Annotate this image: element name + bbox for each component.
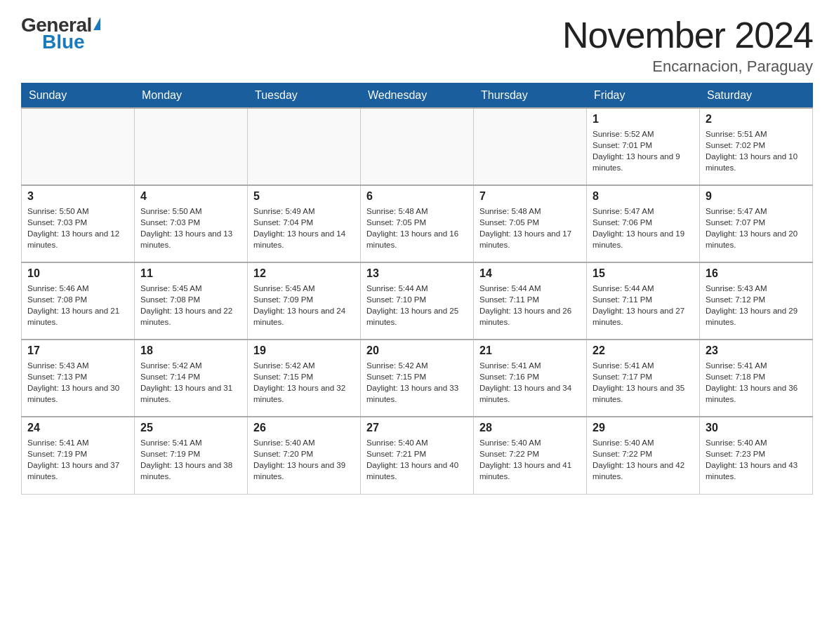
logo-triangle-icon <box>93 18 100 30</box>
calendar-cell: 5Sunrise: 5:49 AM Sunset: 7:04 PM Daylig… <box>248 185 361 262</box>
calendar-cell: 10Sunrise: 5:46 AM Sunset: 7:08 PM Dayli… <box>22 262 135 340</box>
calendar-cell: 23Sunrise: 5:41 AM Sunset: 7:18 PM Dayli… <box>700 340 813 417</box>
calendar-cell: 13Sunrise: 5:44 AM Sunset: 7:10 PM Dayli… <box>361 262 474 340</box>
calendar-header-row: SundayMondayTuesdayWednesdayThursdayFrid… <box>22 83 813 109</box>
day-info: Sunrise: 5:40 AM Sunset: 7:21 PM Dayligh… <box>366 437 468 482</box>
calendar-cell: 12Sunrise: 5:45 AM Sunset: 7:09 PM Dayli… <box>248 262 361 340</box>
day-number: 12 <box>253 267 355 280</box>
calendar-week-row: 17Sunrise: 5:43 AM Sunset: 7:13 PM Dayli… <box>22 340 813 417</box>
day-info: Sunrise: 5:51 AM Sunset: 7:02 PM Dayligh… <box>706 128 807 173</box>
day-info: Sunrise: 5:43 AM Sunset: 7:12 PM Dayligh… <box>706 283 807 328</box>
day-number: 17 <box>27 344 128 357</box>
calendar-cell: 21Sunrise: 5:41 AM Sunset: 7:16 PM Dayli… <box>474 340 587 417</box>
day-of-week-header: Thursday <box>474 83 587 109</box>
calendar-cell: 8Sunrise: 5:47 AM Sunset: 7:06 PM Daylig… <box>587 185 700 262</box>
day-number: 23 <box>706 344 807 357</box>
calendar-cell <box>248 108 361 185</box>
day-info: Sunrise: 5:45 AM Sunset: 7:09 PM Dayligh… <box>253 283 355 328</box>
calendar-cell: 28Sunrise: 5:40 AM Sunset: 7:22 PM Dayli… <box>474 417 587 494</box>
day-number: 28 <box>479 422 581 434</box>
page-header: General Blue November 2024 Encarnacion, … <box>21 14 813 76</box>
day-number: 11 <box>140 267 241 280</box>
calendar-cell: 29Sunrise: 5:40 AM Sunset: 7:22 PM Dayli… <box>587 417 700 494</box>
day-info: Sunrise: 5:44 AM Sunset: 7:10 PM Dayligh… <box>366 283 468 328</box>
day-info: Sunrise: 5:44 AM Sunset: 7:11 PM Dayligh… <box>593 283 694 328</box>
day-number: 29 <box>593 422 694 434</box>
day-number: 16 <box>706 267 807 280</box>
calendar-cell: 19Sunrise: 5:42 AM Sunset: 7:15 PM Dayli… <box>248 340 361 417</box>
calendar-cell <box>361 108 474 185</box>
day-number: 6 <box>366 190 468 203</box>
calendar-cell: 9Sunrise: 5:47 AM Sunset: 7:07 PM Daylig… <box>700 185 813 262</box>
day-info: Sunrise: 5:52 AM Sunset: 7:01 PM Dayligh… <box>593 128 694 173</box>
calendar-cell: 3Sunrise: 5:50 AM Sunset: 7:03 PM Daylig… <box>22 185 135 262</box>
day-number: 2 <box>706 113 807 126</box>
day-number: 4 <box>140 190 241 203</box>
calendar-cell <box>135 108 248 185</box>
day-info: Sunrise: 5:47 AM Sunset: 7:06 PM Dayligh… <box>593 206 694 250</box>
month-title: November 2024 <box>562 14 813 56</box>
calendar-table: SundayMondayTuesdayWednesdayThursdayFrid… <box>21 83 813 495</box>
calendar-cell: 17Sunrise: 5:43 AM Sunset: 7:13 PM Dayli… <box>22 340 135 417</box>
calendar-cell: 6Sunrise: 5:48 AM Sunset: 7:05 PM Daylig… <box>361 185 474 262</box>
day-info: Sunrise: 5:40 AM Sunset: 7:22 PM Dayligh… <box>593 437 694 482</box>
day-info: Sunrise: 5:41 AM Sunset: 7:19 PM Dayligh… <box>27 437 128 482</box>
day-number: 26 <box>253 422 355 434</box>
calendar-cell: 18Sunrise: 5:42 AM Sunset: 7:14 PM Dayli… <box>135 340 248 417</box>
day-of-week-header: Monday <box>135 83 248 109</box>
location-text: Encarnacion, Paraguay <box>562 58 813 76</box>
calendar-cell: 22Sunrise: 5:41 AM Sunset: 7:17 PM Dayli… <box>587 340 700 417</box>
title-section: November 2024 Encarnacion, Paraguay <box>562 14 813 76</box>
day-of-week-header: Saturday <box>700 83 813 109</box>
logo: General Blue <box>21 14 100 53</box>
day-number: 18 <box>140 344 241 357</box>
logo-blue-text: Blue <box>21 31 85 53</box>
calendar-cell: 1Sunrise: 5:52 AM Sunset: 7:01 PM Daylig… <box>587 108 700 185</box>
calendar-cell <box>22 108 135 185</box>
day-number: 24 <box>27 422 128 434</box>
day-number: 27 <box>366 422 468 434</box>
day-of-week-header: Wednesday <box>361 83 474 109</box>
calendar-cell <box>474 108 587 185</box>
calendar-cell: 20Sunrise: 5:42 AM Sunset: 7:15 PM Dayli… <box>361 340 474 417</box>
day-of-week-header: Tuesday <box>248 83 361 109</box>
calendar-cell: 15Sunrise: 5:44 AM Sunset: 7:11 PM Dayli… <box>587 262 700 340</box>
calendar-cell: 24Sunrise: 5:41 AM Sunset: 7:19 PM Dayli… <box>22 417 135 494</box>
calendar-week-row: 1Sunrise: 5:52 AM Sunset: 7:01 PM Daylig… <box>22 108 813 185</box>
day-info: Sunrise: 5:48 AM Sunset: 7:05 PM Dayligh… <box>366 206 468 250</box>
calendar-cell: 26Sunrise: 5:40 AM Sunset: 7:20 PM Dayli… <box>248 417 361 494</box>
day-number: 7 <box>479 190 581 203</box>
day-info: Sunrise: 5:48 AM Sunset: 7:05 PM Dayligh… <box>479 206 581 250</box>
day-info: Sunrise: 5:41 AM Sunset: 7:16 PM Dayligh… <box>479 360 581 405</box>
calendar-cell: 4Sunrise: 5:50 AM Sunset: 7:03 PM Daylig… <box>135 185 248 262</box>
day-number: 30 <box>706 422 807 434</box>
calendar-cell: 7Sunrise: 5:48 AM Sunset: 7:05 PM Daylig… <box>474 185 587 262</box>
day-info: Sunrise: 5:40 AM Sunset: 7:23 PM Dayligh… <box>706 437 807 482</box>
calendar-week-row: 24Sunrise: 5:41 AM Sunset: 7:19 PM Dayli… <box>22 417 813 494</box>
day-number: 25 <box>140 422 241 434</box>
day-number: 21 <box>479 344 581 357</box>
day-number: 9 <box>706 190 807 203</box>
calendar-cell: 27Sunrise: 5:40 AM Sunset: 7:21 PM Dayli… <box>361 417 474 494</box>
day-number: 20 <box>366 344 468 357</box>
day-number: 3 <box>27 190 128 203</box>
day-number: 14 <box>479 267 581 280</box>
calendar-week-row: 3Sunrise: 5:50 AM Sunset: 7:03 PM Daylig… <box>22 185 813 262</box>
calendar-cell: 25Sunrise: 5:41 AM Sunset: 7:19 PM Dayli… <box>135 417 248 494</box>
calendar-cell: 16Sunrise: 5:43 AM Sunset: 7:12 PM Dayli… <box>700 262 813 340</box>
day-info: Sunrise: 5:47 AM Sunset: 7:07 PM Dayligh… <box>706 206 807 250</box>
day-info: Sunrise: 5:42 AM Sunset: 7:15 PM Dayligh… <box>253 360 355 405</box>
day-info: Sunrise: 5:50 AM Sunset: 7:03 PM Dayligh… <box>27 206 128 250</box>
calendar-cell: 2Sunrise: 5:51 AM Sunset: 7:02 PM Daylig… <box>700 108 813 185</box>
day-info: Sunrise: 5:41 AM Sunset: 7:18 PM Dayligh… <box>706 360 807 405</box>
calendar-cell: 14Sunrise: 5:44 AM Sunset: 7:11 PM Dayli… <box>474 262 587 340</box>
day-info: Sunrise: 5:43 AM Sunset: 7:13 PM Dayligh… <box>27 360 128 405</box>
day-number: 13 <box>366 267 468 280</box>
day-info: Sunrise: 5:41 AM Sunset: 7:19 PM Dayligh… <box>140 437 241 482</box>
calendar-week-row: 10Sunrise: 5:46 AM Sunset: 7:08 PM Dayli… <box>22 262 813 340</box>
calendar-cell: 11Sunrise: 5:45 AM Sunset: 7:08 PM Dayli… <box>135 262 248 340</box>
day-info: Sunrise: 5:44 AM Sunset: 7:11 PM Dayligh… <box>479 283 581 328</box>
day-info: Sunrise: 5:40 AM Sunset: 7:22 PM Dayligh… <box>479 437 581 482</box>
day-number: 5 <box>253 190 355 203</box>
day-info: Sunrise: 5:41 AM Sunset: 7:17 PM Dayligh… <box>593 360 694 405</box>
